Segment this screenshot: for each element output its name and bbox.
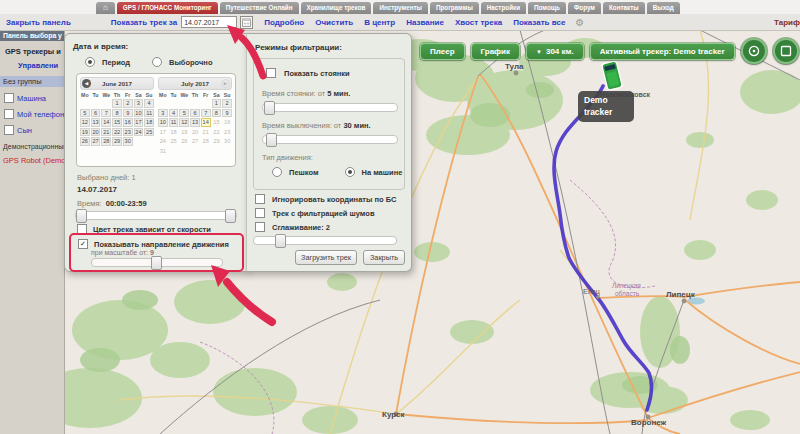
calendar-day[interactable]: 22 <box>112 128 122 137</box>
calendar-day[interactable]: 28 <box>101 137 111 146</box>
home-tab[interactable]: ⌂ <box>96 2 115 14</box>
slider-handle[interactable] <box>76 209 87 223</box>
calendar-day[interactable]: 13 <box>91 118 101 127</box>
calendar-day[interactable]: 1 <box>212 99 222 108</box>
date-input[interactable] <box>181 16 237 28</box>
calendar-day[interactable]: 10 <box>158 118 168 127</box>
demo-tracker-link[interactable]: GPS Robot (Demo <box>3 156 64 165</box>
load-track-button[interactable]: Загрузить трек <box>295 250 357 265</box>
track-polyline[interactable] <box>554 86 651 410</box>
center-link[interactable]: В центр <box>364 18 395 27</box>
calendar-day[interactable]: 9 <box>222 109 232 118</box>
calendar-day[interactable]: 18 <box>144 118 154 127</box>
show-all-link[interactable]: Показать все <box>513 18 565 27</box>
calendar-day[interactable]: 19 <box>80 128 90 137</box>
calendar-day[interactable]: 4 <box>169 109 179 118</box>
calendar-day[interactable]: 2 <box>222 99 232 108</box>
calendar-day[interactable]: 20 <box>91 128 101 137</box>
slider-handle[interactable] <box>151 256 162 270</box>
tracker-checkbox[interactable] <box>4 125 14 135</box>
off-time-slider[interactable] <box>262 135 398 144</box>
calendar-day[interactable]: 29 <box>112 137 122 146</box>
calendar-day[interactable]: 14 <box>201 118 211 127</box>
calendar-day[interactable]: 6 <box>91 109 101 118</box>
name-link[interactable]: Название <box>406 18 444 27</box>
walk-radio[interactable] <box>272 167 282 177</box>
details-link[interactable]: Подробно <box>264 18 304 27</box>
tab-travel-online[interactable]: Путешествие Онлайн <box>220 2 299 14</box>
calendar-day[interactable]: 24 <box>134 128 144 137</box>
show-stops-checkbox[interactable] <box>266 68 276 78</box>
time-range-slider[interactable] <box>75 211 237 220</box>
period-radio[interactable] <box>85 57 95 67</box>
calendar-prev-button[interactable]: ◀ <box>82 79 91 88</box>
ignore-bs-checkbox[interactable] <box>255 194 265 204</box>
show-direction-checkbox[interactable]: ✓ <box>78 239 88 249</box>
calendar-day[interactable]: 7 <box>201 109 211 118</box>
calendar-day[interactable]: 10 <box>134 109 144 118</box>
calendar-day[interactable]: 11 <box>169 118 179 127</box>
graph-button[interactable]: График <box>471 43 521 60</box>
calendar-day[interactable]: 8 <box>212 109 222 118</box>
calendar-day[interactable]: 23 <box>123 128 133 137</box>
clear-link[interactable]: Очистить <box>315 18 353 27</box>
tracker-item-son[interactable]: Сын <box>4 125 64 135</box>
calendar-day[interactable]: 16 <box>123 118 133 127</box>
tab-forum[interactable]: Форум <box>568 2 601 14</box>
car-radio[interactable] <box>345 167 355 177</box>
tab-settings[interactable]: Настройки <box>481 2 526 14</box>
tab-logout[interactable]: Выход <box>647 2 680 14</box>
calendar-day[interactable]: 21 <box>101 128 111 137</box>
map-layers-button[interactable] <box>773 38 799 64</box>
calendar-icon[interactable] <box>240 16 253 29</box>
tab-contacts[interactable]: Контакты <box>603 2 645 14</box>
tracker-checkbox[interactable] <box>4 109 14 119</box>
smoothing-checkbox[interactable] <box>255 222 265 232</box>
calendar-day[interactable]: 12 <box>80 118 90 127</box>
show-track-for-link[interactable]: Показать трек за <box>111 18 177 27</box>
calendar-day[interactable]: 5 <box>179 109 189 118</box>
calendar-day[interactable]: 3 <box>134 99 144 108</box>
close-panel-link[interactable]: Закрыть панель <box>6 18 71 27</box>
calendar-day[interactable]: 30 <box>123 137 133 146</box>
slider-handle[interactable] <box>264 101 275 115</box>
tracker-checkbox[interactable] <box>4 93 14 103</box>
noise-filter-checkbox[interactable] <box>255 208 265 218</box>
player-button[interactable]: Плеер <box>420 43 465 60</box>
custom-radio[interactable] <box>152 57 162 67</box>
calendar-day[interactable]: 3 <box>158 109 168 118</box>
slider-handle[interactable] <box>275 234 286 248</box>
calendar-day[interactable]: 17 <box>134 118 144 127</box>
slider-handle[interactable] <box>266 133 277 147</box>
calendar-day[interactable]: 25 <box>144 128 154 137</box>
calendar-day[interactable]: 12 <box>179 118 189 127</box>
calendar-day[interactable]: 15 <box>112 118 122 127</box>
track-tail-link[interactable]: Хвост трека <box>455 18 502 27</box>
gear-icon[interactable]: ⚙ <box>575 17 584 28</box>
tab-gps-monitoring[interactable]: GPS / ГЛОНАСС Мониторинг <box>117 2 218 14</box>
tracker-item-phone[interactable]: Мой телефон <box>4 109 64 119</box>
stop-time-slider[interactable] <box>262 103 398 112</box>
calendar-day[interactable]: 13 <box>190 118 200 127</box>
tracker-item-car[interactable]: Машина <box>4 93 64 103</box>
calendar-day[interactable]: 11 <box>144 109 154 118</box>
calendar-day[interactable]: 5 <box>80 109 90 118</box>
tab-programs[interactable]: Программы <box>430 2 479 14</box>
distance-dropdown[interactable]: ▼304 км. <box>526 43 584 60</box>
manage-link[interactable]: Управлени <box>18 61 64 70</box>
calendar-day[interactable]: 6 <box>190 109 200 118</box>
tab-tools[interactable]: Инструменты <box>373 2 428 14</box>
tab-track-storage[interactable]: Хранилище треков <box>301 2 372 14</box>
calendar-day[interactable]: 4 <box>144 99 154 108</box>
calendar-day[interactable]: 14 <box>101 118 111 127</box>
calendar-day[interactable]: 2 <box>123 99 133 108</box>
calendar-day[interactable]: 1 <box>112 99 122 108</box>
calendar-day[interactable]: 7 <box>101 109 111 118</box>
calendar-day[interactable]: 26 <box>80 137 90 146</box>
center-on-tracker-button[interactable] <box>741 38 767 64</box>
calendar-day[interactable]: 9 <box>123 109 133 118</box>
group-row-no-group[interactable]: Без группы <box>0 76 64 87</box>
tariff-label[interactable]: Тариф <box>774 18 800 27</box>
close-dialog-button[interactable]: Закрыть <box>363 250 405 265</box>
smoothing-slider[interactable] <box>253 236 397 245</box>
